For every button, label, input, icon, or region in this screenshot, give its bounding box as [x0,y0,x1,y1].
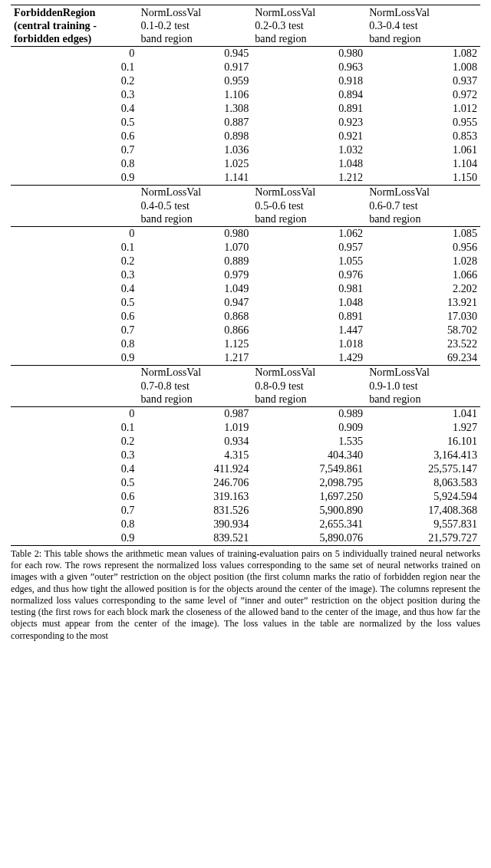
cell-value: 17.030 [366,310,480,324]
cell-value: 5,924.594 [366,490,480,504]
row-key: 0.7 [11,324,137,337]
table-row: 0.10.9170.9631.008 [11,61,480,74]
table-row: 0.81.0251.0481.104 [11,157,480,171]
table-row: 0.4411.9247,549.86125,575.147 [11,462,480,476]
caption-label: Table 2: [11,548,41,559]
column-header-row: NormLossVal0.7-0.8 testband regionNormLo… [11,365,480,406]
hdr-l2: (central training - [14,19,97,31]
col-header: NormLossVal0.7-0.8 testband region [137,365,252,406]
table-row: 0.20.9341.53516.101 [11,435,480,449]
table-row: 00.9801.0621.085 [11,226,480,241]
table-row: 0.34.315404.3403,164.413 [11,449,480,462]
cell-value: 1.028 [366,255,480,268]
cell-value: 1.048 [252,157,366,171]
row-key: 0.9 [11,531,137,546]
cell-value: 0.981 [252,282,366,296]
row-header-title: ForbiddenRegion(central training -forbid… [11,5,137,47]
cell-value: 1.061 [366,143,480,157]
cell-value: 5,900.890 [252,504,366,518]
row-key: 0.6 [11,130,137,143]
cell-value: 0.866 [137,324,252,337]
row-key: 0.8 [11,337,137,351]
cell-value: 0.987 [137,406,252,421]
cell-value: 0.887 [137,116,252,130]
row-key: 0.4 [11,102,137,116]
table-row: 00.9450.9801.082 [11,46,480,61]
row-key: 0.4 [11,282,137,296]
cell-value: 16.101 [366,435,480,449]
cell-value: 2.202 [366,282,480,296]
cell-value: 3,164.413 [366,449,480,462]
row-key: 0.6 [11,310,137,324]
row-key: 0.3 [11,449,137,462]
table-row: 0.20.9590.9180.937 [11,74,480,88]
cell-value: 1.927 [366,421,480,435]
row-key: 0 [11,406,137,421]
table-row: 0.81.1251.01823.522 [11,337,480,351]
table-row: 0.20.8891.0551.028 [11,255,480,268]
cell-value: 69.234 [366,351,480,366]
cell-value: 13.921 [366,296,480,310]
cell-value: 1.447 [252,324,366,337]
cell-value: 1.012 [366,102,480,116]
column-header-row: ForbiddenRegion(central training -forbid… [11,5,480,47]
cell-value: 23.522 [366,337,480,351]
cell-value: 1.041 [366,406,480,421]
table-caption: Table 2: This table shows the arithmetic… [11,548,480,642]
cell-value: 1.025 [137,157,252,171]
cell-value: 1.019 [137,421,252,435]
cell-value: 4.315 [137,449,252,462]
cell-value: 0.947 [137,296,252,310]
table-row: 0.50.8870.9230.955 [11,116,480,130]
hdr-l1: ForbiddenRegion [14,6,95,18]
cell-value: 1.066 [366,268,480,282]
row-key: 0.2 [11,435,137,449]
row-key: 0 [11,46,137,61]
row-key: 0.5 [11,476,137,490]
cell-value: 1.217 [137,351,252,366]
cell-value: 1.036 [137,143,252,157]
row-key: 0.3 [11,88,137,102]
table-row: 0.5246.7062,098.7958,063.583 [11,476,480,490]
row-key: 0.8 [11,518,137,531]
cell-value: 404.340 [252,449,366,462]
cell-value: 0.937 [366,74,480,88]
cell-value: 1.049 [137,282,252,296]
cell-value: 0.955 [366,116,480,130]
cell-value: 0.989 [252,406,366,421]
table-row: 0.9839.5215,890.07621,579.727 [11,531,480,546]
cell-value: 0.921 [252,130,366,143]
cell-value: 246.706 [137,476,252,490]
col-header: NormLossVal0.4-0.5 testband region [137,185,252,226]
row-key: 0.5 [11,296,137,310]
row-key: 0.2 [11,255,137,268]
row-key: 0.3 [11,268,137,282]
cell-value: 0.909 [252,421,366,435]
row-header-empty [11,185,137,226]
table-row: 0.41.0490.9812.202 [11,282,480,296]
cell-value: 0.980 [137,226,252,241]
col-header: NormLossVal0.1-0.2 testband region [137,5,252,47]
row-key: 0.1 [11,421,137,435]
hdr-l3: forbidden edges) [14,32,91,44]
table-row: 0.71.0361.0321.061 [11,143,480,157]
cell-value: 319.163 [137,490,252,504]
cell-value: 0.918 [252,74,366,88]
cell-value: 1.308 [137,102,252,116]
cell-value: 1.535 [252,435,366,449]
cell-value: 5,890.076 [252,531,366,546]
cell-value: 390.934 [137,518,252,531]
column-header-row: NormLossVal0.4-0.5 testband regionNormLo… [11,185,480,226]
cell-value: 1.125 [137,337,252,351]
cell-value: 0.889 [137,255,252,268]
row-key: 0.9 [11,171,137,186]
cell-value: 58.702 [366,324,480,337]
cell-value: 0.980 [252,46,366,61]
row-key: 0.7 [11,143,137,157]
caption-text: This table shows the arithmetic mean val… [11,548,480,641]
cell-value: 0.976 [252,268,366,282]
cell-value: 1.085 [366,226,480,241]
cell-value: 0.923 [252,116,366,130]
cell-value: 7,549.861 [252,462,366,476]
cell-value: 0.894 [252,88,366,102]
